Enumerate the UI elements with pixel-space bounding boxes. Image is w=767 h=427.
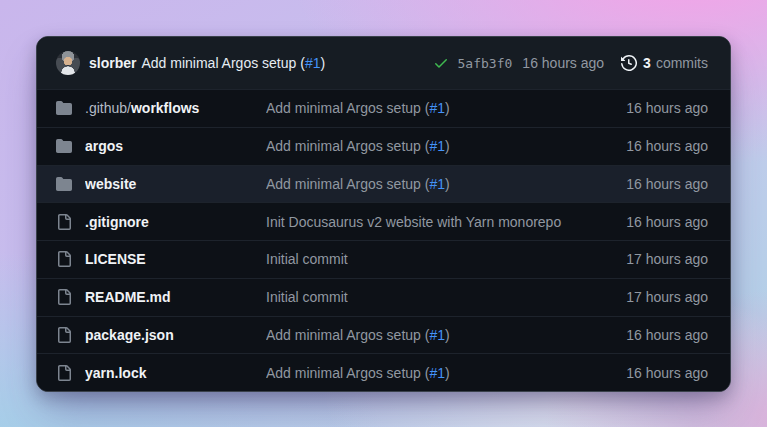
- file-path-prefix[interactable]: .github/: [85, 100, 131, 116]
- row-commit-message-text: Initial commit: [266, 289, 348, 305]
- row-commit-message-close: ): [445, 138, 450, 154]
- file-icon: [56, 251, 72, 267]
- file-icon: [56, 365, 72, 381]
- file-icon: [56, 214, 72, 230]
- file-name[interactable]: argos: [85, 138, 266, 154]
- commits-label: commits: [656, 55, 708, 71]
- table-row[interactable]: README.md Initial commit 17 hours ago: [37, 278, 730, 316]
- row-commit-message-close: ): [445, 365, 450, 381]
- row-commit-message[interactable]: Add minimal Argos setup (#1): [266, 100, 614, 116]
- file-name-text[interactable]: yarn.lock: [85, 365, 146, 381]
- row-commit-message[interactable]: Add minimal Argos setup (#1): [266, 176, 614, 192]
- table-row[interactable]: .gitignore Init Docusaurus v2 website wi…: [37, 202, 730, 240]
- row-commit-message-text: Init Docusaurus v2 website with Yarn mon…: [266, 214, 561, 230]
- row-commit-message[interactable]: Add minimal Argos setup (#1): [266, 138, 614, 154]
- file-name-text[interactable]: website: [85, 176, 136, 192]
- check-icon: [433, 55, 449, 71]
- commit-time: 16 hours ago: [522, 55, 604, 71]
- table-row[interactable]: yarn.lock Add minimal Argos setup (#1) 1…: [37, 353, 730, 391]
- file-name[interactable]: website: [85, 176, 266, 192]
- row-commit-message[interactable]: Add minimal Argos setup (#1): [266, 365, 614, 381]
- clock-history-icon: [621, 55, 637, 71]
- row-commit-message-close: ): [445, 327, 450, 343]
- commits-count: 3: [643, 55, 651, 71]
- commit-author[interactable]: slorber: [89, 55, 136, 71]
- row-commit-message-text: Add minimal Argos setup (: [266, 100, 429, 116]
- table-row[interactable]: .github/workflows Add minimal Argos setu…: [37, 89, 730, 127]
- author-avatar[interactable]: [56, 51, 80, 75]
- row-commit-time: 17 hours ago: [626, 251, 708, 267]
- file-name-text[interactable]: .gitignore: [85, 214, 149, 230]
- row-commit-time: 16 hours ago: [626, 327, 708, 343]
- repo-file-browser: slorber Add minimal Argos setup (#1) 5af…: [36, 36, 731, 392]
- row-commit-message-text: Add minimal Argos setup (: [266, 176, 429, 192]
- file-name-text[interactable]: package.json: [85, 327, 174, 343]
- file-name-text[interactable]: argos: [85, 138, 123, 154]
- pr-link[interactable]: #1: [429, 138, 445, 154]
- commit-message-close: ): [320, 55, 325, 71]
- file-icon: [56, 289, 72, 305]
- latest-commit-bar: slorber Add minimal Argos setup (#1) 5af…: [37, 37, 730, 89]
- file-icon: [56, 327, 72, 343]
- row-commit-message[interactable]: Initial commit: [266, 289, 614, 305]
- file-name[interactable]: .github/workflows: [85, 100, 266, 116]
- row-commit-time: 16 hours ago: [626, 138, 708, 154]
- file-name-text[interactable]: README.md: [85, 289, 171, 305]
- file-list: .github/workflows Add minimal Argos setu…: [37, 89, 730, 391]
- commit-meta: 5afb3f0 16 hours ago 3 commits: [433, 55, 708, 71]
- row-commit-message-close: ): [445, 100, 450, 116]
- row-commit-message-text: Initial commit: [266, 251, 348, 267]
- folder-icon: [56, 176, 72, 192]
- commit-message[interactable]: Add minimal Argos setup (#1): [141, 55, 325, 71]
- row-commit-message-text: Add minimal Argos setup (: [266, 138, 429, 154]
- file-name[interactable]: LICENSE: [85, 251, 266, 267]
- commits-history-link[interactable]: 3 commits: [621, 55, 708, 71]
- file-name[interactable]: README.md: [85, 289, 266, 305]
- row-commit-time: 16 hours ago: [626, 365, 708, 381]
- folder-icon: [56, 100, 72, 116]
- pr-link[interactable]: #1: [305, 55, 321, 71]
- pr-link[interactable]: #1: [429, 176, 445, 192]
- file-name-text[interactable]: workflows: [131, 100, 199, 116]
- table-row[interactable]: website Add minimal Argos setup (#1) 16 …: [37, 165, 730, 203]
- row-commit-message[interactable]: Initial commit: [266, 251, 614, 267]
- file-name[interactable]: yarn.lock: [85, 365, 266, 381]
- row-commit-time: 17 hours ago: [626, 289, 708, 305]
- row-commit-message[interactable]: Add minimal Argos setup (#1): [266, 327, 614, 343]
- table-row[interactable]: LICENSE Initial commit 17 hours ago: [37, 240, 730, 278]
- row-commit-time: 16 hours ago: [626, 214, 708, 230]
- file-name-text[interactable]: LICENSE: [85, 251, 146, 267]
- table-row[interactable]: argos Add minimal Argos setup (#1) 16 ho…: [37, 127, 730, 165]
- row-commit-message-close: ): [445, 176, 450, 192]
- pr-link[interactable]: #1: [429, 365, 445, 381]
- row-commit-message-text: Add minimal Argos setup (: [266, 327, 429, 343]
- pr-link[interactable]: #1: [429, 100, 445, 116]
- file-name[interactable]: .gitignore: [85, 214, 266, 230]
- row-commit-time: 16 hours ago: [626, 100, 708, 116]
- commit-hash[interactable]: 5afb3f0: [458, 56, 513, 71]
- row-commit-message[interactable]: Init Docusaurus v2 website with Yarn mon…: [266, 214, 614, 230]
- row-commit-message-text: Add minimal Argos setup (: [266, 365, 429, 381]
- folder-icon: [56, 138, 72, 154]
- pr-link[interactable]: #1: [429, 327, 445, 343]
- row-commit-time: 16 hours ago: [626, 176, 708, 192]
- table-row[interactable]: package.json Add minimal Argos setup (#1…: [37, 316, 730, 354]
- commit-message-text: Add minimal Argos setup (: [141, 55, 304, 71]
- file-name[interactable]: package.json: [85, 327, 266, 343]
